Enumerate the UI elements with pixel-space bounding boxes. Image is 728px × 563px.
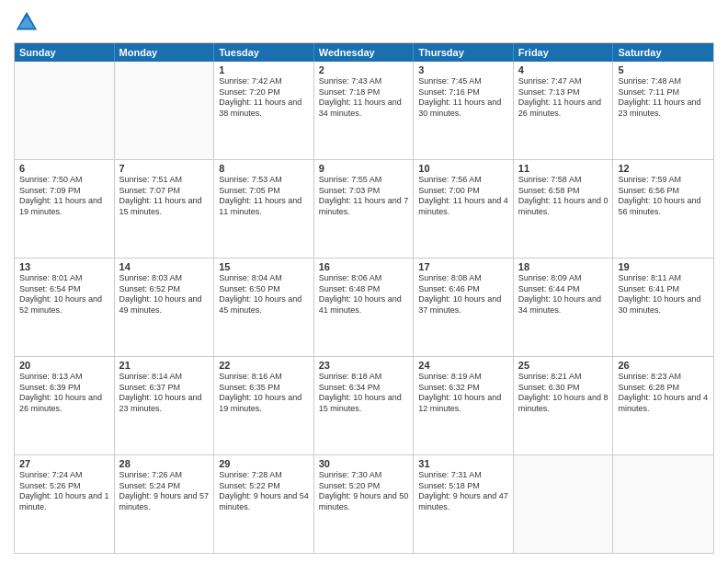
day-number: 18 bbox=[518, 261, 609, 272]
day-cell-1: 1Sunrise: 7:42 AM Sunset: 7:20 PM Daylig… bbox=[214, 62, 314, 159]
day-cell-12: 12Sunrise: 7:59 AM Sunset: 6:56 PM Dayli… bbox=[613, 160, 713, 258]
day-number: 1 bbox=[219, 64, 309, 75]
cell-content: Sunrise: 8:23 AM Sunset: 6:28 PM Dayligh… bbox=[618, 372, 709, 415]
day-cell-24: 24Sunrise: 8:19 AM Sunset: 6:32 PM Dayli… bbox=[414, 357, 514, 454]
day-cell-16: 16Sunrise: 8:06 AM Sunset: 6:48 PM Dayli… bbox=[314, 259, 415, 356]
cell-content: Sunrise: 8:04 AM Sunset: 6:50 PM Dayligh… bbox=[219, 273, 309, 316]
day-cell-3: 3Sunrise: 7:45 AM Sunset: 7:16 PM Daylig… bbox=[414, 62, 514, 159]
header-day-tuesday: Tuesday bbox=[214, 43, 314, 62]
cell-content: Sunrise: 8:06 AM Sunset: 6:48 PM Dayligh… bbox=[319, 273, 409, 316]
day-number: 15 bbox=[219, 261, 309, 272]
day-cell-27: 27Sunrise: 7:24 AM Sunset: 5:26 PM Dayli… bbox=[15, 455, 115, 553]
day-number: 11 bbox=[518, 163, 609, 174]
cell-content: Sunrise: 8:21 AM Sunset: 6:30 PM Dayligh… bbox=[518, 372, 609, 415]
day-number: 28 bbox=[119, 458, 210, 469]
day-cell-15: 15Sunrise: 8:04 AM Sunset: 6:50 PM Dayli… bbox=[214, 259, 314, 356]
week-row-1: 6Sunrise: 7:50 AM Sunset: 7:09 PM Daylig… bbox=[15, 159, 713, 258]
day-number: 7 bbox=[119, 163, 210, 174]
header bbox=[14, 9, 714, 35]
day-number: 29 bbox=[219, 458, 309, 469]
empty-cell bbox=[15, 62, 115, 159]
day-cell-31: 31Sunrise: 7:31 AM Sunset: 5:18 PM Dayli… bbox=[414, 455, 514, 553]
cell-content: Sunrise: 8:19 AM Sunset: 6:32 PM Dayligh… bbox=[418, 372, 508, 415]
cell-content: Sunrise: 8:14 AM Sunset: 6:37 PM Dayligh… bbox=[119, 372, 210, 415]
header-day-thursday: Thursday bbox=[414, 43, 514, 62]
day-cell-21: 21Sunrise: 8:14 AM Sunset: 6:37 PM Dayli… bbox=[115, 357, 215, 454]
logo-icon bbox=[14, 9, 40, 35]
header-day-friday: Friday bbox=[514, 43, 614, 62]
cell-content: Sunrise: 7:43 AM Sunset: 7:18 PM Dayligh… bbox=[319, 76, 409, 120]
day-cell-10: 10Sunrise: 7:56 AM Sunset: 7:00 PM Dayli… bbox=[414, 160, 514, 258]
header-day-sunday: Sunday bbox=[15, 43, 115, 62]
day-number: 6 bbox=[19, 163, 109, 174]
day-cell-6: 6Sunrise: 7:50 AM Sunset: 7:09 PM Daylig… bbox=[15, 160, 115, 258]
week-row-0: 1Sunrise: 7:42 AM Sunset: 7:20 PM Daylig… bbox=[15, 62, 713, 159]
week-row-4: 27Sunrise: 7:24 AM Sunset: 5:26 PM Dayli… bbox=[15, 454, 713, 553]
cell-content: Sunrise: 7:28 AM Sunset: 5:22 PM Dayligh… bbox=[219, 470, 309, 513]
cell-content: Sunrise: 7:51 AM Sunset: 7:07 PM Dayligh… bbox=[119, 175, 210, 218]
day-cell-18: 18Sunrise: 8:09 AM Sunset: 6:44 PM Dayli… bbox=[514, 259, 614, 356]
day-cell-4: 4Sunrise: 7:47 AM Sunset: 7:13 PM Daylig… bbox=[514, 62, 614, 159]
header-day-saturday: Saturday bbox=[613, 43, 713, 62]
day-number: 4 bbox=[518, 64, 609, 75]
day-cell-9: 9Sunrise: 7:55 AM Sunset: 7:03 PM Daylig… bbox=[314, 160, 415, 258]
empty-cell bbox=[115, 62, 215, 159]
day-number: 27 bbox=[19, 458, 109, 469]
day-number: 22 bbox=[219, 360, 309, 371]
cell-content: Sunrise: 8:08 AM Sunset: 6:46 PM Dayligh… bbox=[418, 273, 508, 316]
calendar-header: SundayMondayTuesdayWednesdayThursdayFrid… bbox=[15, 43, 713, 62]
day-number: 9 bbox=[319, 163, 409, 174]
cell-content: Sunrise: 8:09 AM Sunset: 6:44 PM Dayligh… bbox=[518, 273, 609, 316]
logo bbox=[14, 9, 43, 35]
empty-cell bbox=[514, 455, 614, 553]
day-cell-25: 25Sunrise: 8:21 AM Sunset: 6:30 PM Dayli… bbox=[514, 357, 614, 454]
page: SundayMondayTuesdayWednesdayThursdayFrid… bbox=[0, 0, 728, 563]
day-cell-30: 30Sunrise: 7:30 AM Sunset: 5:20 PM Dayli… bbox=[314, 455, 415, 553]
cell-content: Sunrise: 8:01 AM Sunset: 6:54 PM Dayligh… bbox=[19, 273, 109, 316]
cell-content: Sunrise: 8:13 AM Sunset: 6:39 PM Dayligh… bbox=[19, 372, 109, 415]
cell-content: Sunrise: 7:59 AM Sunset: 6:56 PM Dayligh… bbox=[618, 175, 709, 218]
cell-content: Sunrise: 7:24 AM Sunset: 5:26 PM Dayligh… bbox=[19, 470, 109, 513]
day-number: 14 bbox=[119, 261, 210, 272]
cell-content: Sunrise: 8:11 AM Sunset: 6:41 PM Dayligh… bbox=[618, 273, 709, 316]
day-number: 12 bbox=[618, 163, 709, 174]
cell-content: Sunrise: 7:30 AM Sunset: 5:20 PM Dayligh… bbox=[319, 470, 409, 513]
day-number: 21 bbox=[119, 360, 210, 371]
cell-content: Sunrise: 7:42 AM Sunset: 7:20 PM Dayligh… bbox=[219, 76, 309, 120]
week-row-2: 13Sunrise: 8:01 AM Sunset: 6:54 PM Dayli… bbox=[15, 258, 713, 356]
cell-content: Sunrise: 7:45 AM Sunset: 7:16 PM Dayligh… bbox=[418, 76, 508, 120]
cell-content: Sunrise: 7:55 AM Sunset: 7:03 PM Dayligh… bbox=[319, 175, 409, 218]
day-cell-23: 23Sunrise: 8:18 AM Sunset: 6:34 PM Dayli… bbox=[314, 357, 415, 454]
day-cell-29: 29Sunrise: 7:28 AM Sunset: 5:22 PM Dayli… bbox=[214, 455, 314, 553]
cell-content: Sunrise: 7:48 AM Sunset: 7:11 PM Dayligh… bbox=[618, 76, 709, 120]
day-number: 10 bbox=[418, 163, 508, 174]
day-cell-17: 17Sunrise: 8:08 AM Sunset: 6:46 PM Dayli… bbox=[414, 259, 514, 356]
day-number: 2 bbox=[319, 64, 409, 75]
header-day-wednesday: Wednesday bbox=[314, 43, 415, 62]
cell-content: Sunrise: 7:31 AM Sunset: 5:18 PM Dayligh… bbox=[418, 470, 508, 513]
day-number: 26 bbox=[618, 360, 709, 371]
cell-content: Sunrise: 7:50 AM Sunset: 7:09 PM Dayligh… bbox=[19, 175, 109, 218]
day-cell-11: 11Sunrise: 7:58 AM Sunset: 6:58 PM Dayli… bbox=[514, 160, 614, 258]
day-number: 19 bbox=[618, 261, 709, 272]
day-number: 23 bbox=[319, 360, 409, 371]
cell-content: Sunrise: 8:18 AM Sunset: 6:34 PM Dayligh… bbox=[319, 372, 409, 415]
header-day-monday: Monday bbox=[115, 43, 215, 62]
day-number: 5 bbox=[618, 64, 709, 75]
day-number: 16 bbox=[319, 261, 409, 272]
day-number: 3 bbox=[418, 64, 508, 75]
day-cell-13: 13Sunrise: 8:01 AM Sunset: 6:54 PM Dayli… bbox=[15, 259, 115, 356]
cell-content: Sunrise: 7:56 AM Sunset: 7:00 PM Dayligh… bbox=[418, 175, 508, 218]
cell-content: Sunrise: 7:26 AM Sunset: 5:24 PM Dayligh… bbox=[119, 470, 210, 513]
cell-content: Sunrise: 8:16 AM Sunset: 6:35 PM Dayligh… bbox=[219, 372, 309, 415]
day-number: 13 bbox=[19, 261, 109, 272]
cell-content: Sunrise: 8:03 AM Sunset: 6:52 PM Dayligh… bbox=[119, 273, 210, 316]
day-cell-7: 7Sunrise: 7:51 AM Sunset: 7:07 PM Daylig… bbox=[115, 160, 215, 258]
week-row-3: 20Sunrise: 8:13 AM Sunset: 6:39 PM Dayli… bbox=[15, 356, 713, 454]
empty-cell bbox=[613, 455, 713, 553]
day-cell-14: 14Sunrise: 8:03 AM Sunset: 6:52 PM Dayli… bbox=[115, 259, 215, 356]
cell-content: Sunrise: 7:58 AM Sunset: 6:58 PM Dayligh… bbox=[518, 175, 609, 218]
day-number: 31 bbox=[418, 458, 508, 469]
day-number: 17 bbox=[418, 261, 508, 272]
day-cell-28: 28Sunrise: 7:26 AM Sunset: 5:24 PM Dayli… bbox=[115, 455, 215, 553]
